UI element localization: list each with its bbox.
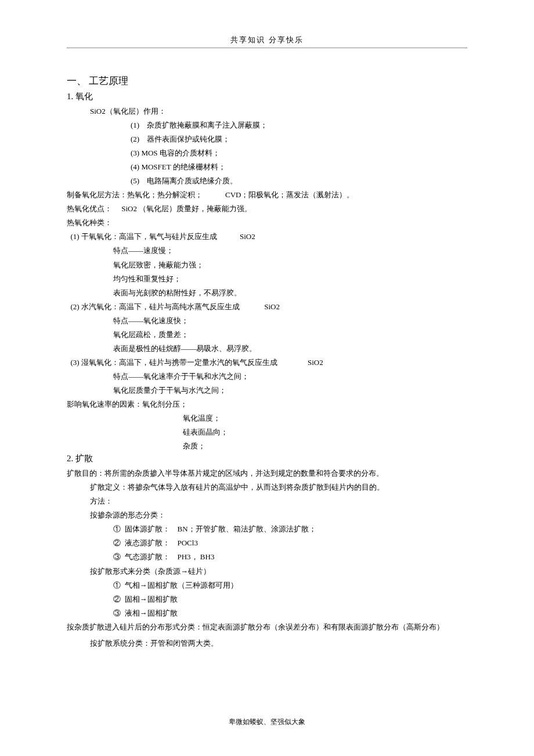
category-text: 按扩散系统分类：开管和闭管两大类。 <box>67 636 467 650</box>
category-item: ① 气相→固相扩散（三种源都可用） <box>67 578 467 592</box>
factor-item: 杂质； <box>67 439 467 453</box>
type-point: 氧化层质量介于干氧与水汽之间； <box>67 384 467 397</box>
category-title: 按扩散形式来分类（杂质源→硅片） <box>67 565 467 578</box>
purpose-text: 扩散目的：将所需的杂质掺入半导体基片规定的区域内，并达到规定的数量和符合要求的分… <box>67 466 467 480</box>
page-header: 共享知识 分享快乐 <box>67 35 467 45</box>
category-item: ③ 气态源扩散： PH3， BH3 <box>67 550 467 564</box>
factors-title: 影响氧化速率的因素：氧化剂分压； <box>67 397 467 411</box>
types-title: 热氧化种类： <box>67 216 467 230</box>
type-point: 特点——速度慢； <box>67 244 467 258</box>
type-title: (3) 湿氧氧化：高温下，硅片与携带一定量水汽的氧气反应生成 SiO2 <box>67 356 467 370</box>
category-text: 按杂质扩散进入硅片后的分布形式分类：恒定表面源扩散分布（余误差分布）和有限表面源… <box>67 620 467 634</box>
section-1-2-title: 2. 扩散 <box>67 453 467 464</box>
category-title: 按掺杂源的形态分类： <box>67 508 467 522</box>
header-left: 共享知识 <box>230 35 265 44</box>
method-label: 方法： <box>67 494 467 508</box>
header-right: 分享快乐 <box>269 35 304 44</box>
category-item: ① 固体源扩散： BN；开管扩散、箱法扩散、涂源法扩散； <box>67 522 467 536</box>
section-1-title: 一、 工艺原理 <box>67 74 467 88</box>
section-1-1-title: 1. 氧化 <box>67 91 467 102</box>
type-point: 表面与光刻胶的粘附性好，不易浮胶。 <box>67 286 467 300</box>
document-page: 共享知识 分享快乐 一、 工艺原理 1. 氧化 SiO2（氧化层）作用： (1)… <box>0 0 534 674</box>
definition-text: 扩散定义：将掺杂气体导入放有硅片的高温炉中，从而达到将杂质扩散到硅片内的目的。 <box>67 480 467 494</box>
factor-item: 氧化温度； <box>67 411 467 425</box>
advantage-text: 热氧化优点： SiO2 （氧化层）质量好，掩蔽能力强。 <box>67 202 467 216</box>
factor-item: 硅表面晶向； <box>67 425 467 439</box>
category-item: ② 液态源扩散： POCl3 <box>67 536 467 550</box>
list-item: (5) 电路隔离介质或绝缘介质。 <box>67 174 467 188</box>
type-title: (1) 干氧氧化：高温下，氧气与硅片反应生成 SiO2 <box>67 230 467 244</box>
category-item: ③ 液相→固相扩散 <box>67 606 467 620</box>
list-item: (3) MOS 电容的介质材料； <box>67 146 467 160</box>
header-divider <box>67 48 467 48</box>
type-point: 特点——氧化速率介于干氧和水汽之间； <box>67 370 467 384</box>
type-point: 氧化层疏松，质量差； <box>67 328 467 342</box>
type-title: (2) 水汽氧化：高温下，硅片与高纯水蒸气反应生成 SiO2 <box>67 300 467 314</box>
list-item: (1) 杂质扩散掩蔽膜和离子注入屏蔽膜； <box>67 118 467 132</box>
list-item: (4) MOSFET 的绝缘栅材料； <box>67 160 467 174</box>
method-text: 制备氧化层方法：热氧化；热分解淀积； CVD；阳极氧化；蒸发法（溅射法）。 <box>67 188 467 202</box>
list-item: (2) 器件表面保护或钝化膜； <box>67 132 467 146</box>
intro-text: SiO2（氧化层）作用： <box>67 104 467 118</box>
type-point: 氧化层致密，掩蔽能力强； <box>67 258 467 272</box>
category-item: ② 固相→固相扩散 <box>67 592 467 606</box>
type-point: 表面是极性的硅烷醇——易吸水、易浮胶。 <box>67 342 467 356</box>
type-point: 特点——氧化速度快； <box>67 314 467 328</box>
type-point: 均匀性和重复性好； <box>67 272 467 286</box>
page-footer: 卑微如蝼蚁、坚强似大象 <box>0 717 534 727</box>
